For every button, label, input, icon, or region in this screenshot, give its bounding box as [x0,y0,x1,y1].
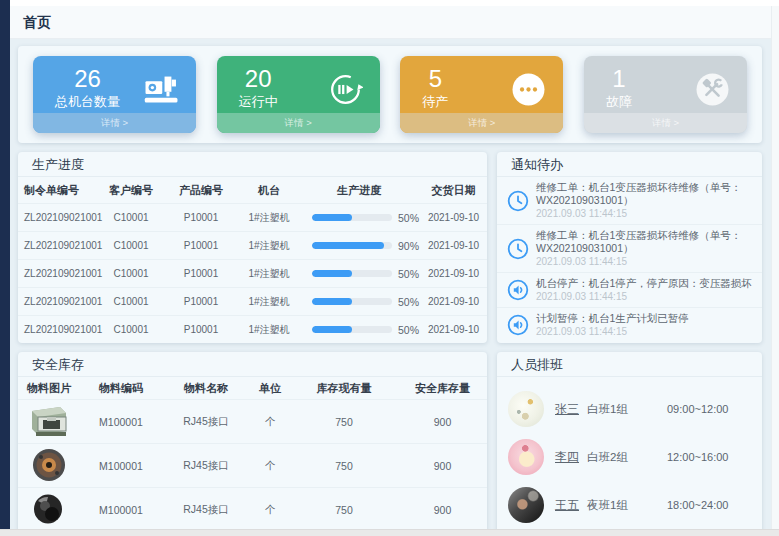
material-name: RJ45接口 [162,444,250,488]
unit: 个 [250,400,290,444]
stat-label: 运行中 [239,93,278,111]
order-no: ZL202109021001 [18,204,100,232]
schedule-row: 李四 白班2组 12:00~16:00 [497,433,762,481]
column-header: 交货日期 [420,177,487,204]
customer-no: C10001 [100,288,162,316]
column-header: 制令单编号 [18,177,100,204]
staff-name[interactable]: 张三 [555,401,587,418]
machine-icon [144,72,179,107]
panel-title: 安全库存 [18,352,487,377]
stat-detail-link[interactable]: 详情 > [584,113,747,133]
delivery-date: 2021-09-10 [420,232,487,260]
speaker-icon [507,314,529,336]
table-row: M100001 RJ45接口 个 750 900 [18,444,487,488]
stat-detail-link[interactable]: 详情 > [400,113,563,133]
column-header: 生产进度 [298,177,420,204]
material-name: RJ45接口 [162,400,250,444]
notifications-panel: 通知待办 维修工单：机台1变压器损坏待维修（单号： WX202109031001… [497,152,762,343]
notification-text: 维修工单：机台1变压器损坏待维修（单号： [536,229,752,242]
staff-schedule-panel: 人员排班 张三 白班1组 09:00~12:00 李四 白班2组 12:00~1… [497,352,762,536]
rj45-photo [30,405,68,439]
notification-item[interactable]: 计划暂停：机台1生产计划已暂停 2021.09.03 11:44:15 [497,307,762,342]
machine: 1#注塑机 [240,288,298,316]
order-no: ZL202109021001 [18,260,100,288]
running-icon [328,72,363,107]
shift-group: 白班2组 [587,450,667,465]
speaker-icon [507,279,529,301]
progress-bar: 90% [298,240,420,252]
tab-bar: 首页 [10,6,779,39]
product-no: P10001 [162,316,240,344]
table-row: ZL202109021001 C10001 P10001 1#注塑机 50% 2… [18,204,487,232]
material-name: RJ45接口 [162,488,250,532]
safety-qty: 900 [398,488,487,532]
table-row: ZL202109021001 C10001 P10001 1#注塑机 50% 2… [18,316,487,344]
product-no: P10001 [162,288,240,316]
stock-qty: 750 [290,488,398,532]
column-header: 安全库存量 [398,377,487,400]
material-code: M100001 [80,444,162,488]
customer-no: C10001 [100,232,162,260]
stat-detail-link[interactable]: 详情 > [33,113,196,133]
product-no: P10001 [162,260,240,288]
machine: 1#注塑机 [240,316,298,344]
progress-bar: 50% [298,296,420,308]
clock-icon [507,238,529,260]
scrollbar-track[interactable] [771,6,779,530]
machine: 1#注塑机 [240,204,298,232]
notification-time: 2021.09.03 11:44:15 [536,207,752,220]
stat-value: 26 [55,65,120,92]
shift-time: 09:00~12:00 [667,403,728,415]
stat-value: 1 [606,65,632,92]
machine: 1#注塑机 [240,260,298,288]
stat-card-running[interactable]: 20 运行中 详情 > [217,56,380,133]
stat-label: 总机台数量 [55,93,120,111]
delivery-date: 2021-09-10 [420,260,487,288]
customer-no: C10001 [100,204,162,232]
notification-item[interactable]: 维修工单：机台1变压器损坏待维修（单号： WX202109031001） 202… [497,177,762,224]
stat-label: 故障 [606,93,632,111]
machine: 1#注塑机 [240,232,298,260]
delivery-date: 2021-09-10 [420,316,487,344]
table-row: ZL202109021001 C10001 P10001 1#注塑机 90% 2… [18,232,487,260]
panel-title: 生产进度 [18,152,487,177]
progress-bar: 50% [298,212,420,224]
schedule-row: 张三 白班1组 09:00~12:00 [497,385,762,433]
column-header: 物料名称 [162,377,250,400]
notification-item[interactable]: 机台停产：机台1停产，停产原因：变压器损坏 2021.09.03 11:44:1… [497,272,762,307]
bottom-strip [0,529,779,536]
safety-qty: 900 [398,400,487,444]
stat-card-waiting[interactable]: 5 待产 详情 > [400,56,563,133]
notification-time: 2021.09.03 11:44:15 [536,290,752,303]
stat-value: 20 [239,65,278,92]
customer-no: C10001 [100,260,162,288]
inventory-table: 物料图片 物料编码 物料名称 单位 库存现有量 安全库存量 M100001 RJ… [18,377,487,531]
panel-title: 人员排班 [497,352,762,377]
tab-home[interactable]: 首页 [23,14,51,32]
material-code: M100001 [80,488,162,532]
unit: 个 [250,488,290,532]
staff-name[interactable]: 王五 [555,497,587,514]
staff-name[interactable]: 李四 [555,449,587,466]
panel-title: 通知待办 [497,152,762,177]
component-photo [32,448,66,484]
ellipsis-icon [511,72,546,107]
avatar-zhangsan [508,391,544,427]
order-no: ZL202109021001 [18,316,100,344]
shift-time: 12:00~16:00 [667,451,728,463]
progress-bar: 50% [298,324,420,336]
sidebar-edge [0,0,10,536]
stat-card-total-machines[interactable]: 26 总机台数量 详情 > [33,56,196,133]
column-header: 客户编号 [100,177,162,204]
shift-group: 夜班1组 [587,498,667,513]
stat-detail-link[interactable]: 详情 > [217,113,380,133]
production-table: 制令单编号 客户编号 产品编号 机台 生产进度 交货日期 ZL202109021… [18,177,487,343]
stat-card-fault[interactable]: 1 故障 详情 > [584,56,747,133]
column-header: 产品编号 [162,177,240,204]
column-header: 库存现有量 [290,377,398,400]
stock-qty: 750 [290,400,398,444]
material-code: M100001 [80,400,162,444]
notification-item[interactable]: 维修工单：机台1变压器损坏待维修（单号： WX202109031001） 202… [497,224,762,272]
customer-no: C10001 [100,316,162,344]
progress-bar: 50% [298,268,420,280]
